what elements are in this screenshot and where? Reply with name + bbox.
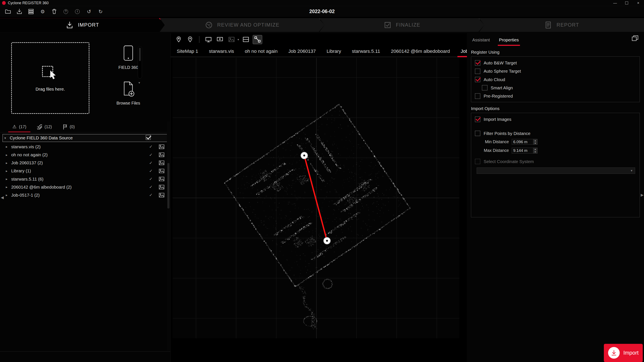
undo-icon[interactable]: ↺ [86,8,92,15]
import-button[interactable]: Import [604,344,643,362]
maximize-icon [625,1,628,4]
open-project-icon[interactable] [5,8,11,15]
redo-icon[interactable]: ↻ [97,8,104,15]
included-check-icon[interactable]: ✓ [146,185,155,189]
setup-pin-icon[interactable] [174,35,184,44]
image-view-dropdown-icon[interactable]: ▾ [238,38,239,41]
info-icon[interactable]: i [74,8,81,15]
doc-tab[interactable]: Job 2060137 [283,46,321,57]
coordinate-system-checkbox[interactable] [475,159,480,164]
drag-drop-zone[interactable]: Drag files here. [11,42,89,114]
tab-assistant[interactable]: Assistant [471,35,491,46]
maximize-button[interactable] [621,0,632,6]
expand-caret-icon[interactable]: ▸ [6,185,11,189]
target-marker-bottom[interactable] [324,237,330,244]
expand-caret-icon[interactable]: ▸ [6,153,11,157]
tree-row[interactable]: ▸ 2060142 @6m albedoboard (2) ✓ [0,183,170,191]
scrollbar-thumb[interactable] [167,163,170,208]
smart-align-checkbox[interactable] [482,85,487,90]
tree-row[interactable]: ▸ starwars.5.11 (6) ✓ [0,175,170,183]
setup-pin-add-icon[interactable] [186,35,195,44]
doc-tab[interactable]: Library [321,46,346,57]
tree-row[interactable]: ▸ Library (1) ✓ [0,167,170,175]
browse-files-button[interactable]: Browse Files [116,80,140,106]
pano-view-icon[interactable] [241,35,250,44]
tree-row[interactable]: ▸ Job-0517-1 (2) ✓ [0,191,170,199]
sources-scrollbar[interactable]: ▾ [138,46,142,78]
import-images-checkbox[interactable] [475,117,480,122]
help-icon[interactable]: ? [62,8,69,15]
doc-tab[interactable]: starwars.5.11 [346,46,386,57]
doc-tab[interactable]: SiteMap 1 [171,46,204,57]
images-icon[interactable] [156,152,168,157]
collapse-left-panel-button[interactable]: ◀ [1,195,4,200]
expand-caret-icon[interactable]: ▸ [6,161,11,165]
tree-row[interactable]: ▸ oh no not again (2) ✓ [0,151,170,159]
auto-bw-target-checkbox[interactable] [475,60,480,65]
max-distance-stepper[interactable]: ▴▾ [533,148,537,153]
close-button[interactable]: × [632,0,644,6]
expand-caret-icon[interactable]: ▸ [6,169,11,173]
tab-properties[interactable]: Properties [498,35,520,46]
pre-registered-checkbox[interactable] [475,93,480,99]
included-check-icon[interactable]: ✓ [146,177,155,181]
drag-hand-icon [41,64,60,81]
scrollbar-thumb[interactable] [139,48,141,61]
tab-flags[interactable]: (0) [58,122,79,132]
select-all-checkbox[interactable] [146,135,151,140]
expand-caret-icon[interactable]: ▾ [4,136,10,140]
settings-gear-icon[interactable]: ⚙ [39,8,46,15]
tree-row[interactable]: ▸ starwars.vis (2) ✓ [0,143,170,151]
images-icon[interactable] [156,160,168,165]
images-icon[interactable] [156,169,168,173]
tab-issues[interactable]: ⚠ (17) [8,122,30,132]
auto-sphere-target-checkbox[interactable] [475,69,480,74]
included-check-icon[interactable]: ✓ [146,152,155,157]
scroll-down-icon[interactable]: ▾ [138,81,140,85]
doc-tab[interactable]: starwars.vis [204,46,240,57]
layers-icon[interactable] [28,8,34,15]
float-panel-icon[interactable] [632,35,638,43]
field360-source-button[interactable]: FIELD 360 [118,45,138,70]
expand-caret-icon[interactable]: ▸ [6,145,11,149]
expand-caret-icon[interactable]: ▸ [6,177,11,181]
sitemap-view-icon[interactable] [204,35,213,44]
tree-scrollbar[interactable] [167,122,170,351]
delete-icon[interactable] [51,8,58,15]
visual-alignment-icon[interactable] [253,35,262,44]
auto-cloud-checkbox[interactable] [475,77,480,82]
option-label: Pre-Registered [484,94,513,99]
image-view-icon[interactable] [227,35,236,44]
min-distance-stepper[interactable]: ▴▾ [533,139,537,144]
coordinate-system-dropdown[interactable]: ▾ [477,167,635,174]
workflow-step-review[interactable]: REVIEW AND OPTIMIZE [160,18,324,32]
workflow-step-import[interactable]: IMPORT [0,18,165,32]
images-icon[interactable] [156,185,168,189]
tree-header[interactable]: ▾ Cyclone FIELD 360 Data Source [2,134,168,142]
min-distance-input[interactable]: 6.096 m ▴▾ [512,139,537,145]
pointcloud-viewport[interactable] [172,58,460,338]
doc-tab[interactable]: oh no not again [240,46,283,57]
filter-points-checkbox[interactable] [475,131,480,136]
images-icon[interactable] [156,177,168,181]
included-check-icon[interactable]: ✓ [146,169,155,173]
included-check-icon[interactable]: ✓ [146,144,155,149]
min-distance-value[interactable]: 6.096 m [512,139,533,144]
import-data-icon[interactable] [16,8,22,15]
target-marker-top[interactable] [301,152,308,159]
expand-caret-icon[interactable]: ▸ [6,193,11,197]
tree-row[interactable]: ▸ Job 2060137 (2) ✓ [0,159,170,167]
minimize-button[interactable]: — [609,0,621,6]
included-check-icon[interactable]: ✓ [146,193,155,197]
workflow-step-report[interactable]: REPORT [479,18,644,32]
max-distance-value[interactable]: 9.144 m [512,148,533,153]
images-icon[interactable] [156,193,168,197]
sitemap-add-icon[interactable] [215,35,225,44]
workflow-step-finalize[interactable]: FINALIZE [320,18,484,32]
doc-tab[interactable]: 2060142 @6m albedoboard [386,46,455,57]
images-icon[interactable] [156,144,168,149]
expand-right-panel-button[interactable]: ▶ [641,193,644,197]
tab-attachments[interactable]: (12) [33,122,56,132]
included-check-icon[interactable]: ✓ [146,160,155,165]
max-distance-input[interactable]: 9.144 m ▴▾ [512,148,537,153]
